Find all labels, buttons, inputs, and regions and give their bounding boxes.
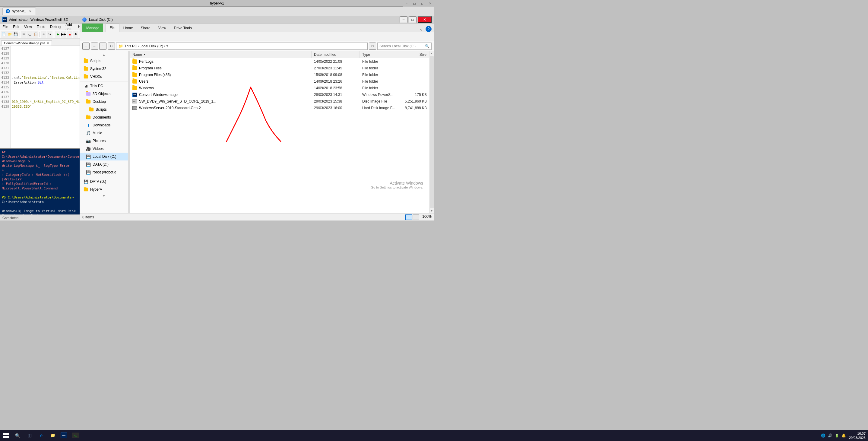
- undo-button[interactable]: ↩: [41, 31, 46, 38]
- paste-button[interactable]: 📋: [33, 31, 39, 38]
- col-type[interactable]: Type: [360, 51, 399, 58]
- sidebar-label-scripts: Scripts: [90, 59, 101, 63]
- scroll-thumb[interactable]: [430, 56, 434, 208]
- tab-hyper-v1[interactable]: H hyper-v1 ✕: [2, 7, 36, 15]
- sidebar-item-thispc[interactable]: 🖥 This PC: [80, 82, 128, 90]
- tab-home[interactable]: Home: [119, 24, 137, 32]
- sidebar-item-pictures[interactable]: 📷 Pictures: [80, 137, 128, 145]
- sidebar-item-scripts2[interactable]: Scripts: [80, 105, 128, 114]
- sidebar-item-localdisk[interactable]: 💾 Local Disk (C:): [80, 153, 128, 160]
- col-date[interactable]: Date modified: [312, 51, 360, 58]
- breadcrumb-dropdown[interactable]: ▼: [165, 44, 168, 48]
- close-window-button[interactable]: ✕: [426, 0, 434, 7]
- sidebar-item-videos[interactable]: 🎥 Videos: [80, 145, 128, 153]
- forward-button[interactable]: →: [91, 42, 98, 50]
- tab-drive-tools[interactable]: Drive Tools: [170, 24, 196, 32]
- file-row-perflogs[interactable]: PerfLogs 14/05/2022 21:08 File folder: [130, 58, 429, 65]
- file-cell-name: Program Files (x86): [130, 71, 312, 78]
- maximize-button[interactable]: □: [418, 0, 426, 7]
- scroll-up-button[interactable]: ▲: [430, 51, 434, 56]
- tab-close-button[interactable]: ✕: [28, 9, 33, 13]
- ps-script-tab[interactable]: Convert-WindowsImage.ps1 ✕: [1, 40, 52, 45]
- scroll-down-button[interactable]: ▼: [430, 209, 434, 213]
- search-box[interactable]: 🔍: [377, 42, 432, 50]
- folder-icon: [86, 92, 91, 96]
- tab-view[interactable]: View: [154, 24, 170, 32]
- col-size[interactable]: Size: [399, 51, 429, 58]
- terminal-line: [2, 191, 78, 195]
- sidebar-item-data-d2[interactable]: 💾 DATA (D:): [80, 178, 128, 186]
- line-num: 4132: [1, 71, 9, 75]
- large-icons-button[interactable]: ☷: [412, 215, 419, 220]
- sidebar-item-downloads[interactable]: ⬇ Downloads: [80, 121, 128, 129]
- redo-button[interactable]: ↪: [47, 31, 53, 38]
- file-row-users[interactable]: Users 14/09/2018 23:26 File folder: [130, 78, 429, 85]
- menu-debug[interactable]: Debug: [48, 24, 63, 30]
- search-icon[interactable]: 🔍: [425, 44, 430, 48]
- explorer-close-button[interactable]: ✕: [418, 16, 432, 23]
- tab-file[interactable]: File: [105, 24, 119, 32]
- address-path[interactable]: 📁 This PC › Local Disk (C:) › ▼: [116, 42, 368, 50]
- ribbon-expand-button[interactable]: ⌄: [418, 26, 424, 32]
- ps-terminal[interactable]: At C:\Users\Administrator\Documents\Conv…: [0, 148, 80, 215]
- sidebar-item-scripts[interactable]: Scripts: [80, 57, 128, 65]
- search-input[interactable]: [379, 44, 422, 48]
- copy-button[interactable]: ◡: [27, 31, 33, 38]
- sidebar-item-system32[interactable]: System32: [80, 65, 128, 73]
- details-view-button[interactable]: ☰: [405, 215, 412, 220]
- menu-view[interactable]: View: [22, 24, 34, 30]
- file-row-convertwindowsimage[interactable]: PS Convert-WindowsImage 28/03/2023 14:31…: [130, 91, 429, 98]
- open-button[interactable]: 📁: [7, 31, 13, 38]
- file-row-programfiles-x86[interactable]: Program Files (x86) 15/09/2018 09:08 Fil…: [130, 71, 429, 78]
- sidebar-item-documents[interactable]: Documents: [80, 114, 128, 121]
- menu-edit[interactable]: Edit: [10, 24, 22, 30]
- debug-button[interactable]: ❖: [73, 31, 79, 38]
- ps-code-area[interactable]: .xml,"System.Linq","System.Xml.Linq" -Er…: [10, 46, 80, 148]
- terminal-line: +: [2, 168, 78, 172]
- sidebar-item-hyperv[interactable]: HyperV: [80, 186, 128, 193]
- save-button[interactable]: 💾: [13, 31, 19, 38]
- help-button[interactable]: ?: [426, 26, 432, 32]
- menu-tools[interactable]: Tools: [34, 24, 48, 30]
- file-list-scrollbar[interactable]: ▲ ▼: [429, 51, 434, 213]
- sidebar-item-vhdxs[interactable]: VHDXs: [80, 73, 128, 81]
- back-button[interactable]: ←: [82, 42, 90, 50]
- tab-share[interactable]: Share: [137, 24, 154, 32]
- run-button[interactable]: ▶: [55, 31, 61, 38]
- sidebar-item-music[interactable]: 🎵 Music: [80, 129, 128, 137]
- run-selection-button[interactable]: ▶▶: [61, 31, 66, 38]
- sidebar-item-3dobjects[interactable]: 3D Objects: [80, 90, 128, 98]
- restore-button[interactable]: ◻: [410, 0, 418, 7]
- address-refresh-button[interactable]: ↻: [369, 42, 376, 50]
- cut-button[interactable]: ✂: [21, 31, 27, 38]
- file-row-vhd[interactable]: VHD WindowsServer-2019-Standard-Gen-2 29…: [130, 105, 429, 111]
- ps-tab-close[interactable]: ✕: [47, 42, 49, 45]
- up-button[interactable]: ↑: [99, 42, 106, 50]
- file-cell-size: [399, 71, 429, 78]
- tab-bar: H hyper-v1 ✕: [0, 7, 434, 16]
- explorer-maximize-button[interactable]: □: [409, 16, 416, 23]
- file-cell-date: 28/03/2023 14:31: [312, 91, 360, 98]
- tab-manage[interactable]: Manage: [82, 24, 103, 32]
- new-file-button[interactable]: 📄: [1, 31, 7, 38]
- address-bar: ← → ↑ ↻ 📁 This PC › Local Disk (C:) › ▼ …: [80, 41, 434, 51]
- file-cell-date: 14/05/2022 21:08: [312, 58, 360, 65]
- refresh-button[interactable]: ↻: [108, 42, 115, 50]
- file-cell-name: Program Files: [130, 65, 312, 71]
- file-row-iso[interactable]: ISO SW_DVD9_Win_Server_STD_CORE_2019_1..…: [130, 98, 429, 105]
- menu-file[interactable]: File: [0, 24, 10, 30]
- sidebar-item-desktop[interactable]: Desktop: [80, 98, 128, 105]
- explorer-title-controls: – □ ✕: [400, 16, 432, 23]
- ps-status-text: Completed: [2, 216, 19, 220]
- sidebar-item-robot[interactable]: 💾 robot (\\robot.d: [80, 168, 128, 176]
- minimize-button[interactable]: –: [403, 0, 410, 7]
- col-name[interactable]: Name ▲: [130, 51, 312, 58]
- sidebar-item-data-d[interactable]: 💾 DATA (D:): [80, 160, 128, 168]
- file-row-windows[interactable]: Windows 14/09/2018 23:58 File folder: [130, 85, 429, 91]
- sidebar-scroll-up[interactable]: ▲: [80, 52, 128, 57]
- stop-button[interactable]: ■: [67, 31, 72, 38]
- explorer-minimize-button[interactable]: –: [400, 16, 407, 23]
- sidebar-scroll-down[interactable]: ▼: [80, 193, 128, 198]
- code-line: [12, 109, 79, 114]
- file-row-programfiles[interactable]: Program Files 27/03/2023 11:45 File fold…: [130, 65, 429, 71]
